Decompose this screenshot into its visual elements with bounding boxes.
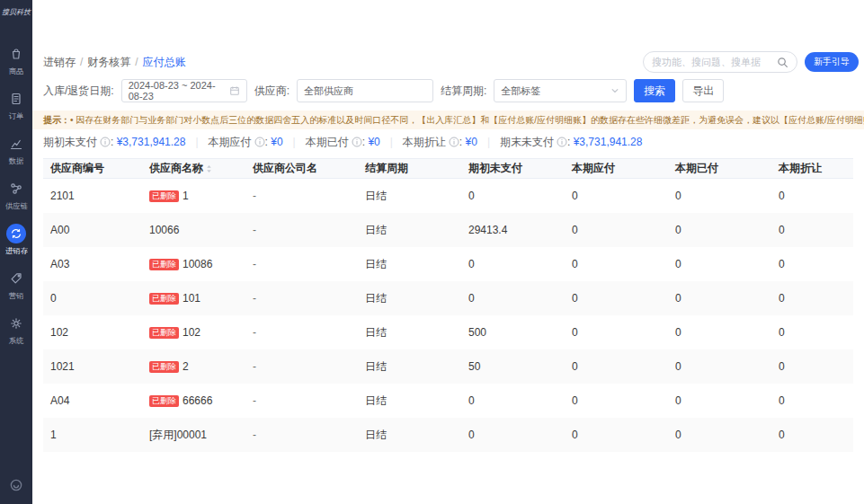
search-icon[interactable] [777,57,788,68]
chevron-down-icon [610,86,619,95]
cell-company-name: - [245,281,358,315]
cell-period-discount: 0 [771,349,853,384]
cell-period-payable: 0 [565,315,668,349]
cell-cycle: 日结 [358,179,461,213]
payables-table: 供应商编号 供应商名称 供应商公司名 结算周期 期初未支付 本期应付 本期已付 … [43,158,853,452]
cell-supplier-code: 1 [43,418,142,452]
supplier-input[interactable]: 全部供应商 [297,79,433,102]
cell-period-payable: 0 [565,418,668,452]
cell-opening-unpaid: 0 [461,384,565,418]
table-row: A04 已删除66666 - 日结 0 0 0 0 [43,384,853,418]
sidebar-item-label: 营销 [9,291,24,302]
sidebar-item-goods[interactable]: 商品 [6,44,26,77]
deleted-badge: 已删除 [149,259,179,270]
cell-company-name: - [245,213,358,247]
supplier-value: 全部供应商 [304,84,353,98]
table-body: 2101 已删除1 - 日结 0 0 0 0 A00 10066 - 日结 29… [43,179,853,452]
supplier-name-text: 102 [183,326,200,339]
cell-company-name: - [245,418,358,452]
summary-item-period-discount: 本期折让 ¥0 [403,135,500,150]
sidebar-item-marketing[interactable]: 营销 [6,269,26,302]
sidebar-item-label: 系统 [9,336,24,347]
sidebar-item-system[interactable]: 系统 [6,314,26,347]
cell-opening-unpaid: 0 [461,179,565,213]
cell-supplier-code: 1021 [43,349,142,384]
cell-supplier-name: 已删除10086 [142,247,245,281]
cell-period-discount: 0 [771,418,853,452]
cell-period-discount: 0 [771,179,853,213]
sidebar-item-label: 数据 [9,156,24,167]
cell-period-discount: 0 [771,281,853,315]
cell-opening-unpaid: 0 [461,418,565,452]
date-range-input[interactable]: 2024-08-23 ~ 2024-08-23 [121,79,247,102]
breadcrumb-item-payables: 应付总账 [143,55,186,70]
sidebar-item-inventory[interactable]: 进销存 [4,224,29,257]
cell-opening-unpaid: 29413.4 [461,213,565,247]
table-row: 102 已删除102 - 日结 500 0 0 0 [43,315,853,349]
info-icon[interactable] [254,137,265,147]
table-row: 0 已删除101 - 日结 0 0 0 0 [43,281,853,315]
guide-button[interactable]: 新手引导 [805,52,859,72]
search-button[interactable]: 搜索 [634,79,675,102]
cell-supplier-code: 102 [43,315,142,349]
hint-bar: 提示：• 因存在财务部门与业务部门对小数点后三位的数据四舍五入的标准以及时间口径… [32,111,864,129]
sidebar-item-label: 订单 [9,111,24,122]
cycle-value: 全部标签 [501,84,540,98]
info-icon[interactable] [100,137,111,147]
cell-cycle: 日结 [358,247,461,281]
cell-period-payable: 0 [565,213,668,247]
supplier-name-text: 10086 [183,258,212,270]
cell-company-name: - [245,384,358,418]
summary-label: 期末未支付 [500,135,554,150]
cell-period-discount: 0 [771,213,853,247]
sidebar-item-data[interactable]: 数据 [6,134,26,167]
sort-icon[interactable] [206,164,212,173]
global-search-box[interactable] [643,51,797,73]
breadcrumb-item-inventory[interactable]: 进销存 [43,55,87,70]
cell-period-paid: 0 [668,179,771,213]
topbar-right: 新手引导 [643,51,859,73]
app-window: 搜贝科技 商品 订单 数据 供应链 进销存 营销 系统 [0,0,864,504]
cell-period-paid: 0 [668,213,771,247]
sidebar-item-supply-chain[interactable]: 供应链 [4,179,29,212]
cell-supplier-name: 10066 [142,213,245,247]
header-company-name: 供应商公司名 [245,159,358,178]
sidebar-item-orders[interactable]: 订单 [6,89,26,122]
summary-label: 本期已付 [306,135,349,150]
breadcrumb-item-finance[interactable]: 财务核算 [87,55,142,70]
supplier-name-text: [弃用]00001 [149,428,207,443]
cell-supplier-name: 已删除102 [142,315,245,349]
cell-supplier-code: A00 [43,213,142,247]
cell-company-name: - [245,315,358,349]
cell-supplier-code: A04 [43,384,142,418]
supplier-name-text: 66666 [183,394,212,407]
cell-period-paid: 0 [668,315,771,349]
summary-label: 本期应付 [209,135,252,150]
summary-value: ¥3,731,941.28 [567,136,642,148]
summary-item-opening-unpaid: 期初未支付 ¥3,731,941.28 [43,135,209,150]
cell-company-name: - [245,179,358,213]
search-input[interactable] [652,57,777,67]
cell-opening-unpaid: 500 [461,315,565,349]
tag-icon [6,269,26,288]
cell-period-paid: 0 [668,349,771,384]
table-row: A03 已删除10086 - 日结 0 0 0 0 [43,247,853,281]
summary-item-period-payable: 本期应付 ¥0 [209,135,306,150]
supplier-name-text: 1 [183,190,189,202]
hint-label: 提示： [43,115,70,125]
summary-label: 期初未支付 [43,135,97,150]
chain-icon [6,179,26,199]
cycle-select[interactable]: 全部标签 [494,79,627,102]
info-icon[interactable] [557,137,567,147]
header-supplier-name[interactable]: 供应商名称 [142,159,245,178]
export-button[interactable]: 导出 [682,79,724,102]
support-icon[interactable] [8,477,24,497]
sidebar-item-label: 商品 [9,66,24,77]
summary-value: ¥0 [362,136,380,148]
cell-period-discount: 0 [771,384,853,418]
cell-period-paid: 0 [668,247,771,281]
info-icon[interactable] [449,137,459,147]
info-icon[interactable] [352,137,362,147]
cell-period-payable: 0 [565,349,668,384]
main-content: 进销存 财务核算 应付总账 新手引导 入库/退货日期: 2024-08-23 ~… [32,0,864,504]
